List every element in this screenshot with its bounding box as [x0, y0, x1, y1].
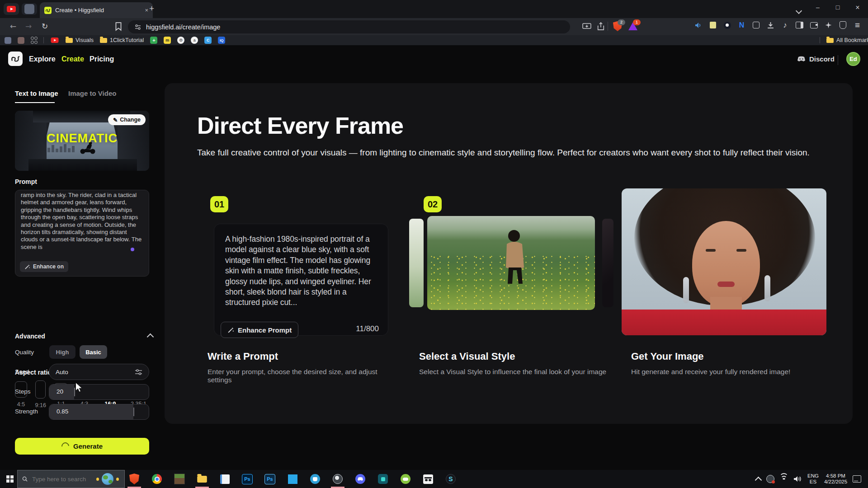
wallet-icon[interactable]	[810, 21, 818, 29]
tab-search-chevron-icon[interactable]	[792, 7, 806, 14]
taskbar-spy-icon[interactable]	[423, 474, 434, 484]
taskbar-discord-icon[interactable]	[355, 474, 366, 484]
aspect-option-9-16[interactable]: 9:16	[35, 380, 46, 408]
chevron-up-icon[interactable]	[147, 333, 154, 341]
pinned-tab-youtube[interactable]	[4, 3, 19, 15]
reload-icon[interactable]: ↻	[42, 22, 48, 31]
downloads-icon[interactable]	[766, 21, 775, 29]
sheets-bookmark-icon[interactable]: +	[150, 37, 157, 44]
result-portrait-image[interactable]	[622, 188, 826, 335]
url-bar[interactable]: higgsfield.ai/create/image	[128, 20, 570, 33]
strength-handle[interactable]	[133, 408, 134, 416]
enhance-prompt-button[interactable]: Enhance Prompt	[221, 322, 298, 338]
quality-high-button[interactable]: High	[49, 345, 75, 359]
taskbar-brave-icon[interactable]	[129, 474, 140, 484]
strength-slider[interactable]: 0.85	[49, 404, 149, 420]
sliders-icon[interactable]	[135, 369, 142, 375]
tray-chevron-icon[interactable]	[755, 476, 762, 483]
forward-icon[interactable]: →	[25, 22, 32, 31]
tray-obs-icon[interactable]	[766, 475, 774, 483]
seed-input[interactable]: Auto	[49, 364, 149, 380]
notification-center-icon[interactable]	[853, 475, 861, 483]
search-input[interactable]	[31, 475, 92, 483]
taskbar-minecraft-icon[interactable]	[174, 474, 185, 484]
sidebar-toggle-icon[interactable]	[795, 21, 804, 29]
visual-style-image[interactable]	[427, 216, 595, 310]
brave-shields-button[interactable]: 2	[613, 21, 623, 31]
window-minimize-button[interactable]: –	[811, 4, 825, 11]
avatar[interactable]: Ed	[846, 52, 860, 66]
rewards-badge: 1	[633, 19, 641, 25]
back-icon[interactable]: ←	[10, 22, 16, 31]
taskbar-notepad-icon[interactable]	[219, 474, 230, 484]
clock[interactable]: 4:58 PM4/22/2025	[824, 473, 847, 485]
taskbar-obs-icon[interactable]	[332, 474, 343, 484]
taskbar-vscode-icon[interactable]	[287, 474, 298, 484]
gear-bookmark-icon[interactable]: ⚙	[177, 37, 184, 44]
taskbar-cloud-icon[interactable]	[400, 474, 411, 484]
generate-button[interactable]: Generate	[15, 438, 149, 455]
taskbar-photoshop-beta-icon[interactable]: Ps	[264, 474, 275, 484]
apps-grid-icon[interactable]	[31, 37, 37, 44]
nav-create[interactable]: Create	[61, 55, 84, 63]
share-icon[interactable]	[597, 22, 605, 31]
pinned-tab[interactable]	[22, 3, 37, 15]
c-bookmark-icon[interactable]: C	[204, 37, 212, 44]
bookmark-favicon-icon[interactable]	[18, 37, 24, 44]
taskbar-streamlabs-icon[interactable]	[310, 474, 321, 484]
taskbar-search[interactable]	[17, 470, 125, 488]
change-style-button[interactable]: ✎ Change	[108, 114, 146, 125]
discord-button[interactable]: Discord	[797, 55, 835, 63]
quality-basic-button[interactable]: Basic	[80, 345, 107, 359]
style-preset-thumbnail[interactable]: CINEMATIC ✎ Change	[15, 111, 149, 171]
nav-pricing[interactable]: Pricing	[90, 55, 114, 63]
notes-extension-icon[interactable]	[708, 21, 717, 29]
iq-bookmark-icon[interactable]: IQ	[218, 37, 225, 44]
active-tab-underline	[15, 102, 55, 103]
browser-tab-active[interactable]: Create • Higgsfield ×	[40, 2, 153, 18]
puzzle-extensions-icon[interactable]	[752, 21, 760, 29]
tab-close-icon[interactable]: ×	[145, 7, 148, 14]
leo-ai-sparkle-icon[interactable]	[824, 21, 833, 29]
brave-rewards-button[interactable]: 1	[628, 21, 638, 31]
vpn-shield-icon[interactable]	[839, 21, 847, 29]
a-bookmark-icon[interactable]: a	[191, 37, 198, 44]
music-extension-icon[interactable]: ♪	[781, 21, 789, 29]
bookmark-folder-1clicktutorial[interactable]: 1ClickTutorial	[100, 37, 144, 43]
carousel-previous-image[interactable]	[409, 219, 424, 307]
site-settings-icon[interactable]	[134, 23, 142, 31]
nav-explore[interactable]: Explore	[29, 55, 56, 63]
language-indicator[interactable]: ENGES	[807, 473, 819, 485]
youtube-bookmark-icon[interactable]	[51, 38, 59, 43]
bookmark-folder-visuals[interactable]: Visuals	[66, 37, 94, 43]
all-bookmarks-button[interactable]: All Bookmarks	[826, 37, 868, 43]
window-maximize-button[interactable]: □	[831, 4, 844, 11]
bookmark-icon[interactable]	[115, 22, 122, 31]
speaker-extension-icon[interactable]	[694, 21, 703, 29]
enhance-toggle-button[interactable]: Enhance on	[20, 261, 68, 272]
new-tab-button[interactable]: +	[149, 4, 154, 13]
pinned-favicon-icon	[24, 4, 34, 14]
taskbar-s-app-icon[interactable]: S	[445, 474, 456, 484]
carousel-next-image[interactable]	[602, 219, 613, 307]
bookmark-favicon-icon[interactable]	[5, 37, 11, 44]
n-extension-icon[interactable]: N	[737, 21, 746, 29]
install-app-icon[interactable]	[582, 23, 591, 31]
start-button[interactable]	[6, 475, 14, 483]
steps-slider[interactable]: 20	[49, 384, 149, 400]
taskbar-photoshop-icon[interactable]: Ps	[242, 474, 253, 484]
advanced-label[interactable]: Advanced	[15, 333, 45, 340]
taskbar-file-explorer-icon[interactable]	[197, 474, 208, 484]
volume-icon[interactable]	[793, 475, 802, 483]
tab-text-to-image[interactable]: Text to Image	[15, 89, 58, 97]
prompt-textarea[interactable]: ramp into the sky. The rider, clad in a …	[15, 190, 149, 277]
menu-icon[interactable]: ≡	[853, 21, 862, 29]
tab-image-to-video[interactable]: Image to Video	[68, 89, 116, 97]
higgsfield-logo[interactable]	[8, 52, 23, 66]
window-close-button[interactable]: ×	[851, 4, 864, 12]
taskbar-chrome-icon[interactable]	[151, 474, 162, 484]
chat-extension-icon[interactable]	[723, 21, 731, 29]
taskbar-filmora-icon[interactable]	[377, 474, 388, 484]
m-bookmark-icon[interactable]: m	[164, 37, 171, 44]
wifi-icon[interactable]	[780, 476, 788, 482]
